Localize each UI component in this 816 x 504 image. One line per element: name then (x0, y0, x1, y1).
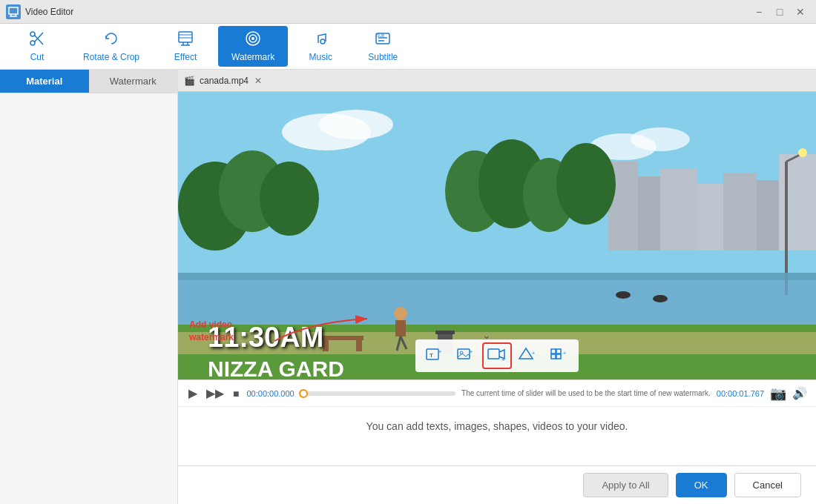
watermark-toolbar: ⌄ T+ + + + + (415, 339, 579, 372)
svg-rect-52 (435, 331, 455, 334)
music-icon (312, 30, 329, 50)
tab-effect-label: Effect (174, 52, 197, 62)
description-text: You can add texts, images, shapes, video… (193, 420, 801, 432)
stop-button[interactable]: ■ (231, 386, 240, 401)
svg-text:NIZZA GARD: NIZZA GARD (208, 357, 344, 379)
svg-rect-32 (757, 180, 779, 251)
play-button[interactable]: ▶ (187, 385, 199, 402)
svg-point-17 (320, 39, 325, 44)
title-bar: Video Editor − □ ✕ (0, 0, 816, 24)
main-layout: Material Watermark 🎬 canada.mp4 ✕ (0, 70, 816, 504)
footer: Apply to All OK Cancel (178, 465, 816, 504)
annotation-arrow (271, 315, 404, 345)
file-name: canada.mp4 (200, 76, 249, 86)
apply-to-all-button[interactable]: Apply to All (583, 473, 668, 497)
rotate-icon (103, 30, 119, 50)
svg-rect-72 (556, 349, 561, 354)
time-left: 00:00:00.000 (246, 389, 294, 398)
svg-rect-73 (551, 354, 556, 359)
app-icon (6, 4, 21, 19)
add-video-button[interactable]: + (482, 342, 512, 369)
watermark-icon (245, 30, 261, 50)
svg-point-43 (556, 143, 616, 225)
svg-marker-69 (519, 348, 533, 359)
file-tab: 🎬 canada.mp4 ✕ (178, 70, 816, 92)
svg-rect-28 (638, 176, 660, 251)
video-controls: ▶ ▶▶ ■ 00:00:00.000 The current time of … (178, 379, 816, 406)
time-right: 00:00:01.767 (717, 389, 764, 398)
svg-rect-33 (779, 154, 816, 251)
svg-rect-71 (551, 349, 556, 354)
add-text-button[interactable]: T+ (420, 342, 450, 369)
annotation-container: Add videowatermark (189, 319, 234, 344)
svg-rect-45 (178, 273, 816, 280)
minimize-button[interactable]: − (749, 4, 769, 19)
add-mosaic-button[interactable]: + (544, 342, 574, 369)
annotation-text: Add videowatermark (189, 319, 234, 344)
tab-cut-label: Cut (30, 52, 45, 62)
svg-point-39 (260, 162, 319, 236)
file-icon: 🎬 (184, 76, 195, 86)
effect-icon (177, 30, 194, 50)
time-info: The current time of slider will be used … (461, 389, 711, 397)
cut-icon (29, 30, 45, 50)
tab-cut[interactable]: Cut (7, 26, 67, 67)
svg-text:SUB: SUB (377, 33, 385, 38)
right-panel: 🎬 canada.mp4 ✕ (178, 70, 816, 504)
tab-rotate-label: Rotate & Crop (83, 52, 139, 62)
svg-rect-67 (488, 349, 499, 359)
svg-point-36 (798, 148, 807, 157)
tab-effect[interactable]: Effect (156, 26, 215, 67)
svg-text:+: + (563, 351, 566, 356)
tab-subtitle-label: Subtitle (368, 52, 398, 62)
svg-rect-64 (458, 349, 470, 359)
watermark-button[interactable]: Watermark (89, 70, 178, 93)
svg-rect-30 (697, 184, 723, 251)
svg-rect-8 (179, 32, 192, 42)
svg-rect-31 (723, 173, 757, 251)
tab-music-label: Music (309, 52, 332, 62)
close-file-button[interactable]: ✕ (254, 76, 262, 86)
svg-point-57 (616, 291, 631, 299)
panel-buttons: Material Watermark (0, 70, 177, 93)
app-title: Video Editor (25, 7, 749, 17)
svg-point-58 (653, 295, 668, 302)
svg-text:+: + (532, 351, 535, 356)
svg-point-24 (319, 110, 393, 139)
add-shape-button[interactable]: + (513, 342, 543, 369)
subtitle-icon: SUB (375, 30, 391, 50)
svg-rect-0 (9, 7, 18, 14)
tab-watermark[interactable]: Watermark (218, 26, 288, 67)
maximize-button[interactable]: □ (770, 4, 789, 19)
svg-rect-29 (660, 169, 697, 251)
ok-button[interactable]: OK (676, 473, 727, 497)
svg-text:+: + (470, 349, 473, 354)
chevron-icon: ⌄ (482, 329, 491, 341)
cancel-button[interactable]: Cancel (734, 473, 801, 497)
video-container: 11:30AM NIZZA GARD ⌄ T+ + + (178, 92, 816, 379)
tab-music[interactable]: Music (291, 26, 350, 67)
svg-rect-74 (556, 354, 561, 359)
svg-text:T: T (430, 352, 433, 359)
tab-subtitle[interactable]: SUB Subtitle (353, 26, 412, 67)
tab-rotate-crop[interactable]: Rotate & Crop (70, 26, 153, 67)
volume-button[interactable]: 🔊 (792, 386, 807, 400)
svg-point-26 (631, 127, 690, 151)
screenshot-button[interactable]: 📷 (770, 385, 786, 402)
description-area: You can add texts, images, shapes, video… (178, 406, 816, 465)
step-forward-button[interactable]: ▶▶ (205, 385, 226, 402)
progress-thumb (299, 389, 308, 398)
left-panel: Material Watermark (0, 70, 178, 504)
close-button[interactable]: ✕ (791, 4, 810, 19)
svg-text:+: + (438, 349, 441, 354)
tab-watermark-label: Watermark (231, 52, 274, 62)
add-image-button[interactable]: + (451, 342, 481, 369)
window-controls: − □ ✕ (749, 4, 810, 19)
progress-bar[interactable] (300, 391, 455, 396)
material-button[interactable]: Material (0, 70, 89, 93)
svg-text:+: + (501, 357, 504, 362)
tab-bar: Cut Rotate & Crop Effect Watermark Music… (0, 24, 816, 70)
svg-point-16 (251, 37, 254, 40)
